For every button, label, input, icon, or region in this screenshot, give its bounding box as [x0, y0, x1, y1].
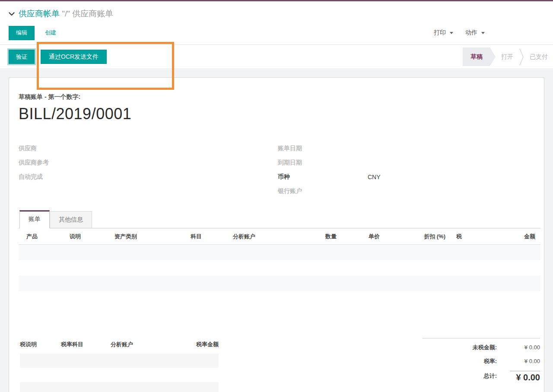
empty-tax-row [20, 382, 219, 392]
col-discount: 折扣 (%) [380, 228, 445, 245]
empty-line-row [19, 245, 540, 260]
field-label: 银行账户 [278, 187, 368, 195]
breadcrumb-current: "/" 供应商账单 [62, 9, 113, 18]
untaxed-amount-label: 未税金额: [473, 344, 497, 351]
send-ocr-button[interactable]: 通过OCR发送文件 [41, 50, 107, 64]
print-dropdown[interactable]: 打印 [434, 29, 453, 37]
form-sheet: 草稿账单 - 第一个数字: BILL/2019/0001 供应商 供应商参考 自… [9, 77, 544, 392]
action-dropdown[interactable]: 动作 [465, 29, 485, 37]
col-tax-amount: 税率金额 [184, 338, 219, 354]
col-account: 科目 [183, 228, 225, 245]
untaxed-amount-row: 未税金额: ¥ 0.00 [423, 341, 540, 354]
chevron-down-icon[interactable] [9, 12, 15, 16]
col-product: 产品 [19, 228, 62, 245]
sheet-bottom-section: 税说明 税率科目 分析账户 税率金额 未税金额: ¥ 0.00 [19, 338, 540, 392]
caret-down-icon [481, 32, 485, 34]
notebook-tabs: 账单 其他信息 [19, 210, 540, 228]
empty-line-row [19, 260, 540, 276]
field-auto-complete: 自动完成 [19, 170, 278, 184]
col-asset-category: 资产类别 [107, 228, 183, 245]
document-number: BILL/2019/0001 [19, 105, 540, 123]
field-due-date: 到期日期 [278, 155, 540, 170]
field-group-right: 账单日期 到期日期 币种 CNY 银行账户 [278, 141, 540, 198]
print-dropdown-label: 打印 [434, 29, 446, 37]
field-label: 币种 [278, 173, 368, 181]
field-group-left: 供应商 供应商参考 自动完成 [19, 141, 278, 198]
col-tax-description: 税说明 [20, 338, 61, 354]
col-analytic-account: 分析账户 [225, 228, 299, 245]
empty-tax-row [20, 368, 219, 382]
grand-total-label: 总计: [484, 371, 497, 380]
field-label: 账单日期 [278, 145, 368, 152]
col-unit-price: 单价 [337, 228, 380, 245]
create-button[interactable]: 创建 [40, 29, 61, 37]
action-dropdowns: 打印 动作 [434, 21, 485, 44]
empty-tax-row [20, 354, 219, 368]
invoice-lines-table: 产品 说明 资产类别 科目 分析账户 数量 单价 折扣 (%) 税 金额 [19, 228, 540, 307]
status-stage-draft[interactable]: 草稿 [463, 47, 496, 66]
breadcrumb: 供应商帐单 "/" 供应商账单 [19, 8, 113, 19]
col-amount: 金额 [493, 228, 540, 245]
tab-bill-lines[interactable]: 账单 [19, 210, 50, 228]
statusbar: 验证 通过OCR发送文件 草稿 打开 已支付 [0, 44, 553, 69]
col-taxes: 税 [445, 228, 493, 245]
control-panel-buttons: 编辑 创建 打印 动作 [0, 21, 553, 44]
tax-header-row: 税说明 税率科目 分析账户 税率金额 [20, 338, 219, 354]
tax-lines-table: 税说明 税率科目 分析账户 税率金额 [20, 338, 219, 392]
col-tax-account: 税率科目 [61, 338, 111, 354]
field-vendor-reference: 供应商参考 [19, 155, 278, 170]
status-stage-paid[interactable]: 已支付 [524, 47, 553, 66]
field-groups: 供应商 供应商参考 自动完成 账单日期 到期日期 币种 CNY [19, 141, 540, 198]
tax-amount-row: 税率: ¥ 0.00 [423, 354, 540, 368]
grand-total-row: 总计: ¥ 0.00 [423, 368, 540, 386]
action-dropdown-label: 动作 [465, 29, 477, 37]
field-bill-date: 账单日期 [278, 141, 540, 155]
stage-separator-icon [519, 48, 524, 66]
col-quantity: 数量 [299, 228, 337, 245]
field-vendor: 供应商 [19, 141, 278, 155]
caret-down-icon [450, 32, 453, 34]
grand-total-value: ¥ 0.00 [510, 371, 540, 383]
empty-line-row [19, 276, 540, 291]
empty-line-row [19, 291, 540, 307]
document-subtitle: 草稿账单 - 第一个数字: [19, 93, 540, 101]
field-bank-account: 银行账户 [278, 184, 540, 198]
breadcrumb-row: 供应商帐单 "/" 供应商账单 [0, 1, 553, 21]
field-label: 供应商参考 [19, 159, 49, 167]
field-currency: 币种 CNY [278, 170, 540, 184]
form-view-content: 草稿账单 - 第一个数字: BILL/2019/0001 供应商 供应商参考 自… [0, 70, 553, 392]
field-label: 到期日期 [278, 159, 368, 167]
validate-button[interactable]: 验证 [9, 50, 35, 64]
untaxed-amount-value: ¥ 0.00 [497, 344, 540, 351]
col-tax-analytic-account: 分析账户 [111, 338, 184, 354]
currency-value: CNY [368, 174, 381, 180]
col-description: 说明 [62, 228, 107, 245]
tax-amount-value: ¥ 0.00 [497, 358, 540, 364]
tab-other-info[interactable]: 其他信息 [50, 211, 92, 228]
tax-amount-label: 税率: [484, 357, 497, 365]
field-label: 自动完成 [19, 173, 43, 181]
breadcrumb-link[interactable]: 供应商帐单 [19, 9, 60, 18]
lines-header-row: 产品 说明 资产类别 科目 分析账户 数量 单价 折扣 (%) 税 金额 [19, 228, 540, 245]
totals-panel: 未税金额: ¥ 0.00 税率: ¥ 0.00 总计: ¥ 0.00 [423, 338, 540, 392]
field-label: 供应商 [19, 145, 37, 152]
status-stage-open[interactable]: 打开 [496, 47, 519, 66]
edit-button[interactable]: 编辑 [9, 26, 35, 40]
status-pipeline: 草稿 打开 已支付 [463, 45, 553, 69]
